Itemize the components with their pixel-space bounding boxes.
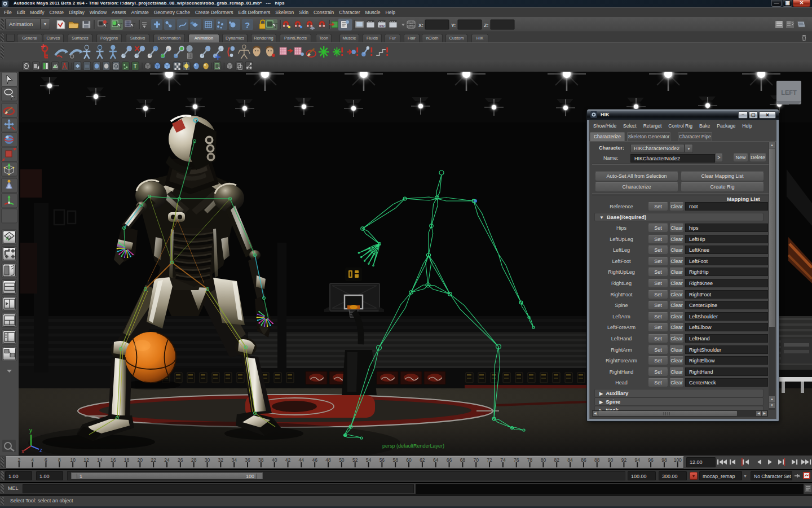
svg-text:86: 86 (581, 457, 586, 463)
svg-text:30: 30 (205, 457, 210, 463)
svg-text:46: 46 (312, 457, 317, 463)
svg-text:10: 10 (70, 457, 76, 463)
svg-text:88: 88 (594, 457, 600, 463)
svg-text:x: x (21, 448, 24, 454)
svg-text:14: 14 (97, 457, 103, 463)
svg-text:38: 38 (258, 457, 264, 463)
svg-text:56: 56 (379, 457, 385, 463)
svg-text:8: 8 (58, 457, 61, 463)
svg-text:72: 72 (487, 457, 492, 463)
svg-text:2: 2 (17, 457, 20, 463)
svg-text:?: ? (245, 20, 250, 30)
svg-text:18: 18 (124, 457, 130, 463)
svg-text:58: 58 (392, 457, 398, 463)
svg-text:4: 4 (31, 457, 34, 463)
svg-text:62: 62 (420, 457, 425, 463)
svg-text:64: 64 (433, 457, 439, 463)
svg-text:78: 78 (527, 457, 533, 463)
svg-text:92: 92 (621, 457, 627, 463)
svg-text:24: 24 (164, 457, 170, 463)
svg-text:74: 74 (500, 457, 506, 463)
svg-text:IPR: IPR (379, 24, 385, 28)
svg-text:48: 48 (325, 457, 331, 463)
svg-text:40: 40 (272, 457, 277, 463)
svg-text:42: 42 (285, 457, 291, 463)
svg-text:96: 96 (648, 457, 654, 463)
svg-text:84: 84 (567, 457, 573, 463)
svg-text:z: z (39, 447, 42, 453)
svg-text:90: 90 (608, 457, 614, 463)
svg-text:Z:: Z: (484, 23, 489, 28)
svg-text:28: 28 (191, 457, 197, 463)
svg-text:6: 6 (45, 457, 47, 463)
svg-text:100: 100 (674, 457, 682, 463)
svg-text:76: 76 (514, 457, 519, 463)
svg-text:22: 22 (151, 457, 156, 463)
svg-text:82: 82 (554, 457, 560, 463)
svg-text:T: T (134, 63, 137, 70)
svg-text:persp (defaultRenderLayer): persp (defaultRenderLayer) (382, 443, 444, 449)
svg-text:80: 80 (541, 457, 546, 463)
svg-text:LEFT: LEFT (781, 89, 797, 96)
svg-text:54: 54 (366, 457, 372, 463)
svg-text:68: 68 (460, 457, 466, 463)
svg-text:20: 20 (138, 457, 143, 463)
svg-text:50: 50 (339, 457, 345, 463)
svg-text:36: 36 (245, 457, 250, 463)
svg-text:98: 98 (661, 457, 667, 463)
svg-text:12: 12 (83, 457, 89, 463)
svg-text:34: 34 (231, 457, 237, 463)
svg-text:44: 44 (299, 457, 304, 463)
svg-text:32: 32 (218, 457, 224, 463)
svg-text:66: 66 (447, 457, 452, 463)
svg-text:Y:: Y: (451, 23, 456, 28)
svg-text:70: 70 (473, 457, 479, 463)
svg-text:X:: X: (418, 23, 423, 28)
svg-text:94: 94 (635, 457, 641, 463)
svg-text:16: 16 (111, 457, 116, 463)
svg-text:60: 60 (406, 457, 412, 463)
svg-text:y: y (29, 427, 32, 433)
svg-text:52: 52 (352, 457, 358, 463)
svg-text:26: 26 (178, 457, 183, 463)
